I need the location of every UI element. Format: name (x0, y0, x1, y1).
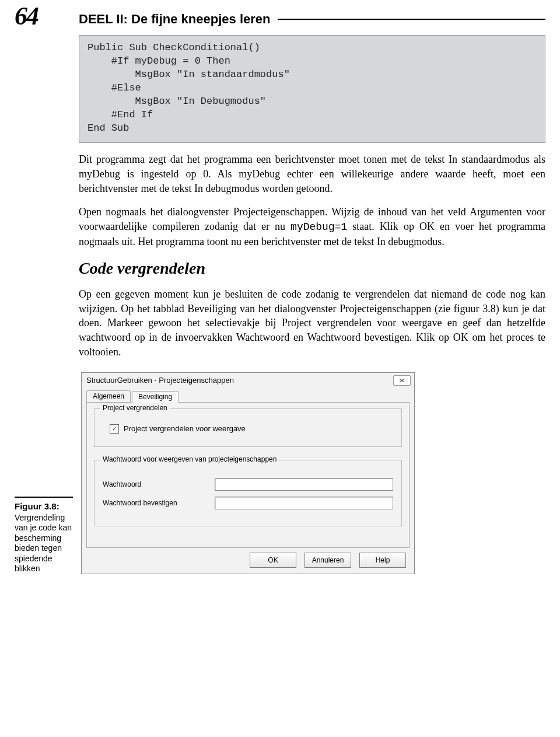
help-button[interactable]: Help (359, 553, 406, 568)
running-head: DEEL II: De fijne kneepjes leren (79, 12, 545, 27)
running-head-rule (278, 19, 546, 20)
page: 64 DEEL II: De fijne kneepjes leren Publ… (0, 0, 560, 737)
paragraph-1: Dit programma zegt dat het programma een… (79, 152, 545, 195)
page-number: 64 (15, 4, 38, 29)
running-head-text: DEEL II: De fijne kneepjes leren (79, 12, 271, 27)
field-row-wachtwoord: Wachtwoord (103, 478, 393, 491)
figure-label: Figuur 3.8: (15, 501, 73, 512)
dialog-titlebar: StructuurGebruiken - Projecteigenschappe… (82, 373, 414, 389)
input-wachtwoord[interactable] (215, 478, 393, 491)
ok-button[interactable]: OK (250, 553, 296, 568)
dialog-projecteigenschappen: StructuurGebruiken - Projecteigenschappe… (81, 372, 415, 574)
paragraph-2: Open nogmaals het dialoogvenster Project… (79, 205, 545, 249)
group-legend-lock: Project vergrendelen (100, 404, 170, 412)
group-wachtwoord: Wachtwoord voor weergeven van projecteig… (94, 460, 402, 526)
cancel-button[interactable]: Annuleren (304, 553, 351, 568)
label-wachtwoord: Wachtwoord (103, 480, 208, 488)
tab-beveiliging[interactable]: Beveiliging (132, 391, 178, 403)
checkbox-lock-label: Project vergrendelen voor weergave (124, 424, 246, 433)
heading-code-vergrendelen: Code vergrendelen (79, 260, 545, 278)
figure-caption: Figuur 3.8: Vergrendeling van je code ka… (15, 497, 73, 574)
input-wachtwoord-bevestigen[interactable] (215, 497, 393, 509)
figure-caption-text: Vergrendeling van je code kan beschermin… (15, 513, 72, 574)
group-project-vergrendelen: Project vergrendelen ✓ Project vergrende… (94, 408, 402, 447)
label-wachtwoord-bevestigen: Wachtwoord bevestigen (103, 499, 208, 507)
content-column: Public Sub CheckConditional() #If myDebu… (79, 35, 545, 574)
group-legend-pwd: Wachtwoord voor weergeven van projecteig… (100, 455, 279, 463)
dialog-tabs: Algemeen Beveiliging (82, 389, 414, 402)
paragraph-3: Op een gegeven moment kun je besluiten d… (79, 287, 545, 359)
code-block: Public Sub CheckConditional() #If myDebu… (79, 35, 545, 143)
dialog-title-text: StructuurGebruiken - Projecteigenschappe… (86, 376, 234, 385)
dialog-button-bar: OK Annuleren Help (82, 553, 414, 574)
inline-code-mydebug: myDebug=1 (290, 221, 347, 233)
close-icon[interactable] (393, 375, 411, 386)
checkbox-lock[interactable]: ✓ (110, 424, 119, 434)
figure-row: Figuur 3.8: Vergrendeling van je code ka… (79, 372, 545, 574)
tab-panel-beveiliging: Project vergrendelen ✓ Project vergrende… (86, 402, 410, 548)
tab-algemeen[interactable]: Algemeen (86, 390, 131, 402)
field-row-wachtwoord-bevestigen: Wachtwoord bevestigen (103, 497, 393, 509)
checkbox-row-lock[interactable]: ✓ Project vergrendelen voor weergave (110, 424, 393, 434)
